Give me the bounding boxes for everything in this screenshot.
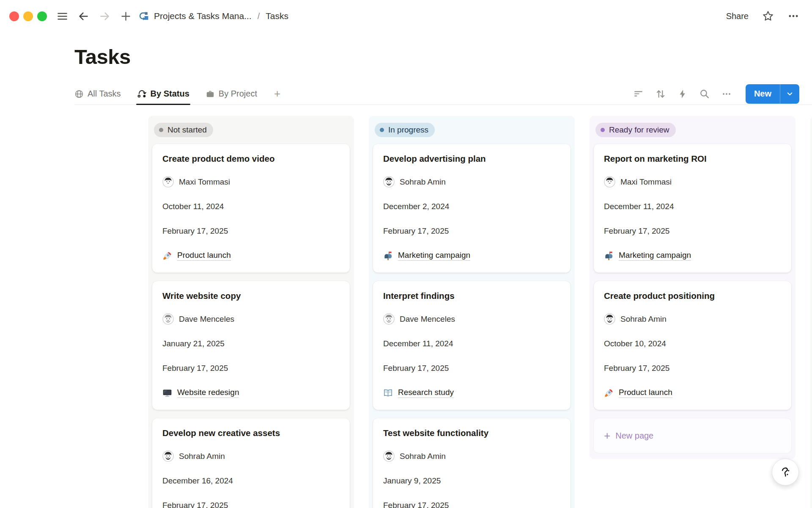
task-title: Report on marketing ROI (604, 154, 781, 164)
avatar (383, 176, 395, 188)
briefcase-icon (206, 89, 215, 99)
ai-assistant-button[interactable] (772, 458, 799, 486)
book-icon (383, 388, 393, 398)
date-value[interactable]: February 17, 2025 (383, 226, 560, 237)
forward-arrow-icon[interactable] (99, 10, 110, 22)
date-value[interactable]: February 17, 2025 (383, 363, 560, 374)
avatar (162, 176, 174, 188)
tab-all-tasks[interactable]: All Tasks (74, 83, 121, 105)
project-link[interactable]: Research study (398, 388, 454, 398)
assignee-row[interactable]: Sohrab Amin (383, 450, 560, 462)
board-column: In progressDevelop advertising planSohra… (369, 116, 575, 508)
page-title: Tasks (74, 45, 812, 69)
tab-by-status[interactable]: By Status (137, 83, 189, 105)
project-relation-row: Website redesign (162, 387, 340, 398)
breadcrumb: Projects & Tasks Mana... / Tasks (138, 11, 288, 22)
sort-icon[interactable] (655, 88, 666, 99)
task-card[interactable]: Write website copyDave MencelesJanuary 2… (152, 281, 350, 410)
project-link[interactable]: Product launch (619, 388, 672, 398)
assignee-row[interactable]: Dave Menceles (162, 313, 340, 325)
zoom-window-button[interactable] (37, 11, 47, 21)
task-card[interactable]: Create product positioningSohrab AminOct… (594, 281, 791, 410)
more-options-icon[interactable] (787, 10, 799, 22)
date-value[interactable]: January 21, 2025 (162, 338, 340, 349)
ai-face-icon (778, 465, 793, 479)
date-value[interactable]: February 17, 2025 (162, 500, 340, 508)
project-link[interactable]: Marketing campaign (398, 251, 470, 261)
lightning-icon[interactable] (677, 88, 688, 99)
close-window-button[interactable] (9, 11, 19, 21)
status-dot-icon (601, 128, 605, 132)
assignee-name: Dave Menceles (400, 315, 455, 324)
window-titlebar: Projects & Tasks Mana... / Tasks Share (0, 0, 812, 32)
assignee-row[interactable]: Sohrab Amin (383, 176, 560, 188)
assignee-row[interactable]: Maxi Tommasi (604, 176, 781, 188)
favorite-star-icon[interactable] (762, 10, 774, 22)
page-icon (138, 11, 150, 22)
status-icon (137, 89, 147, 99)
project-relation-row: Research study (383, 387, 560, 398)
avatar (162, 313, 174, 325)
project-link[interactable]: Marketing campaign (619, 251, 691, 261)
date-value[interactable]: February 17, 2025 (604, 363, 781, 374)
share-button[interactable]: Share (726, 11, 749, 21)
project-link[interactable]: Product launch (177, 251, 231, 261)
date-value[interactable]: January 9, 2025 (383, 475, 560, 486)
avatar (383, 313, 395, 325)
new-tab-plus-icon[interactable] (120, 10, 132, 22)
date-value[interactable]: February 17, 2025 (162, 226, 340, 237)
date-value[interactable]: February 17, 2025 (383, 500, 560, 508)
board-column: DoneDefine target audienceMaxi TommasiNo… (810, 116, 812, 508)
traffic-lights (9, 11, 47, 21)
new-page-button[interactable]: +New page (594, 418, 791, 453)
date-value[interactable]: December 16, 2024 (162, 475, 340, 486)
task-title: Write website copy (162, 291, 340, 301)
add-view-button[interactable]: + (274, 87, 280, 100)
assignee-row[interactable]: Dave Menceles (383, 313, 560, 325)
assignee-row[interactable]: Sohrab Amin (162, 450, 340, 462)
back-arrow-icon[interactable] (77, 10, 89, 22)
task-card[interactable]: Report on marketing ROIMaxi TommasiDecem… (594, 144, 791, 273)
breadcrumb-current[interactable]: Tasks (266, 11, 288, 21)
column-header: Ready for review (594, 122, 791, 144)
filter-icon[interactable] (633, 88, 644, 99)
assignee-row[interactable]: Sohrab Amin (604, 313, 781, 325)
assignee-name: Maxi Tommasi (620, 177, 672, 187)
task-card[interactable]: Develop new creative assetsSohrab AminDe… (152, 418, 350, 508)
date-value[interactable]: December 11, 2024 (604, 201, 781, 212)
task-card[interactable]: Create product demo videoMaxi TommasiOct… (152, 144, 350, 273)
date-value[interactable]: February 17, 2025 (604, 226, 781, 237)
rocket-icon (604, 388, 614, 398)
status-badge[interactable]: In progress (375, 123, 435, 137)
date-value[interactable]: December 2, 2024 (383, 201, 560, 212)
new-button[interactable]: New (746, 84, 799, 104)
date-value[interactable]: October 11, 2024 (162, 201, 340, 212)
assignee-row[interactable]: Maxi Tommasi (162, 176, 340, 188)
status-badge[interactable]: Not started (154, 123, 213, 137)
rocket-icon (162, 251, 172, 261)
search-icon[interactable] (699, 88, 710, 99)
chevron-down-icon[interactable] (780, 84, 799, 104)
task-title: Develop advertising plan (383, 154, 560, 164)
kanban-board: Not startedCreate product demo videoMaxi… (74, 116, 812, 508)
column-header: Not started (152, 122, 350, 144)
tab-by-project[interactable]: By Project (206, 83, 257, 105)
task-card[interactable]: Interpret findingsDave MencelesDecember … (373, 281, 571, 410)
avatar (604, 313, 615, 325)
avatar (604, 176, 615, 188)
assignee-name: Sohrab Amin (620, 315, 667, 324)
status-badge[interactable]: Ready for review (595, 123, 676, 137)
date-value[interactable]: December 11, 2024 (383, 338, 560, 349)
status-dot-icon (159, 128, 163, 132)
minimize-window-button[interactable] (23, 11, 33, 21)
date-value[interactable]: February 17, 2025 (162, 363, 340, 374)
project-link[interactable]: Website redesign (177, 388, 239, 398)
avatar (383, 450, 395, 462)
date-value[interactable]: October 10, 2024 (604, 338, 781, 349)
mailbox-icon (383, 251, 393, 261)
breadcrumb-parent[interactable]: Projects & Tasks Mana... (154, 11, 252, 21)
task-card[interactable]: Test website functionalitySohrab AminJan… (373, 418, 571, 508)
more-icon[interactable] (721, 88, 732, 99)
hamburger-icon[interactable] (56, 10, 68, 22)
task-card[interactable]: Develop advertising planSohrab AminDecem… (373, 144, 571, 273)
